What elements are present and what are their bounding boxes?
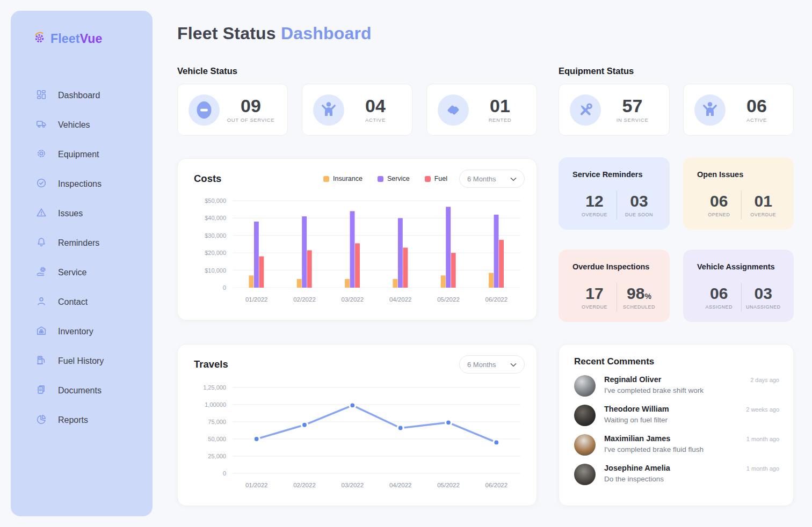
avatar xyxy=(574,464,596,485)
equipment-active-card: 06 ACTIVE xyxy=(683,84,794,136)
svg-text:1,00000: 1,00000 xyxy=(205,401,226,408)
svg-text:50,000: 50,000 xyxy=(208,436,226,442)
status-label: IN SERVICE xyxy=(617,117,649,123)
card-title: Overdue Inspections xyxy=(572,262,661,271)
card-title: Open Issues xyxy=(697,170,785,179)
svg-text:03/2022: 03/2022 xyxy=(342,296,364,303)
status-label: ACTIVE xyxy=(746,117,767,123)
sidebar-item-contact[interactable]: Contact xyxy=(11,287,153,317)
svg-text:$30,000: $30,000 xyxy=(205,232,226,239)
person-active-icon xyxy=(313,94,344,126)
card-title: Service Reminders xyxy=(572,170,661,179)
overdue-inspections-card: Overdue Inspections 17OVERDUE 98%SCHEDUL… xyxy=(559,250,670,322)
equipment-in-service-card: 57 IN SERVICE xyxy=(559,84,670,136)
svg-text:$20,000: $20,000 xyxy=(205,250,226,256)
fuel-pump-icon xyxy=(35,354,47,368)
svg-text:01/2022: 01/2022 xyxy=(245,296,268,303)
svg-text:05/2022: 05/2022 xyxy=(437,482,460,488)
status-value: 01 xyxy=(490,97,510,115)
svg-text:1,25,000: 1,25,000 xyxy=(203,384,226,391)
dashboard-icon xyxy=(35,89,47,103)
comment-text: Waiting on fuel filter xyxy=(604,416,779,424)
sidebar-item-inspections[interactable]: Inspections xyxy=(11,169,153,199)
sidebar-item-label: Issues xyxy=(58,209,83,218)
chevron-down-icon xyxy=(510,175,517,183)
truck-icon xyxy=(35,118,47,132)
sidebar-nav: Dashboard Vehicles Equipment Inspections… xyxy=(11,80,153,435)
documents-icon xyxy=(35,384,47,398)
tools-icon xyxy=(570,94,601,126)
sidebar: FleetVue Dashboard Vehicles Equipment In… xyxy=(11,11,153,516)
svg-text:05/2022: 05/2022 xyxy=(437,296,460,303)
sidebar-item-equipment[interactable]: Equipment xyxy=(11,140,153,169)
person-icon xyxy=(35,295,47,309)
status-value: 04 xyxy=(365,97,386,115)
svg-text:06/2022: 06/2022 xyxy=(485,296,508,303)
sidebar-item-label: Reminders xyxy=(58,238,99,248)
sidebar-item-label: Service xyxy=(58,268,86,277)
comment-time: 1 month ago xyxy=(746,465,779,472)
pie-chart-icon xyxy=(35,413,47,427)
sidebar-item-vehicles[interactable]: Vehicles xyxy=(11,110,153,140)
svg-text:06/2022: 06/2022 xyxy=(485,482,508,488)
svg-text:01/2022: 01/2022 xyxy=(245,482,268,488)
travels-panel: Travels 6 Months 025,00050,00075,0001,00… xyxy=(177,344,537,506)
sidebar-item-inventory[interactable]: Inventory xyxy=(11,317,153,346)
app-logo: FleetVue xyxy=(33,31,153,46)
svg-text:04/2022: 04/2022 xyxy=(389,482,412,488)
check-circle-icon xyxy=(35,177,47,191)
svg-text:75,000: 75,000 xyxy=(208,419,226,425)
service-reminders-card: Service Reminders 12OVERDUE 03DUE SOON xyxy=(559,157,670,230)
sidebar-item-dashboard[interactable]: Dashboard xyxy=(11,80,153,110)
comment-author: Reginald Oliver xyxy=(604,375,661,384)
sidebar-item-label: Dashboard xyxy=(58,91,100,100)
chevron-down-icon xyxy=(510,361,517,369)
comment-item: Reginald Oliver2 days ago I've completed… xyxy=(574,375,779,397)
status-label: RENTED xyxy=(489,117,512,123)
recent-comments-panel: Recent Comments Reginald Oliver2 days ag… xyxy=(559,344,794,506)
costs-panel: Costs Insurance Service Fuel 6 Months 0$… xyxy=(177,158,537,320)
sidebar-item-label: Inspections xyxy=(58,179,102,189)
svg-text:$10,000: $10,000 xyxy=(205,267,226,274)
fuel-swatch xyxy=(425,176,431,182)
sidebar-item-label: Inventory xyxy=(58,327,93,336)
svg-text:0: 0 xyxy=(223,284,226,291)
avatar xyxy=(574,405,596,426)
vehicle-active-card: 04 ACTIVE xyxy=(302,84,412,136)
costs-period-dropdown[interactable]: 6 Months xyxy=(459,170,525,188)
vehicle-rented-card: 01 RENTED xyxy=(426,84,537,136)
open-issues-card: Open Issues 06OPENED 01OVERDUE xyxy=(683,157,794,230)
sidebar-item-fuel-history[interactable]: Fuel History xyxy=(11,346,153,376)
avatar xyxy=(574,375,596,397)
sidebar-item-issues[interactable]: Issues xyxy=(11,199,153,228)
vehicle-status-heading: Vehicle Status xyxy=(177,66,237,76)
warehouse-icon xyxy=(35,325,47,339)
comment-item: Maximilian James1 month ago I've complet… xyxy=(574,434,779,456)
warning-triangle-icon xyxy=(35,207,47,221)
costs-bar-chart: 0$10,000$20,000$30,000$40,000$50,00001/2… xyxy=(185,193,529,318)
comment-text: Do the inspections xyxy=(604,475,779,483)
sidebar-item-label: Reports xyxy=(58,415,88,425)
sidebar-item-label: Documents xyxy=(58,386,102,396)
sidebar-item-reminders[interactable]: Reminders xyxy=(11,228,153,258)
app-name: FleetVue xyxy=(50,32,103,46)
sidebar-item-documents[interactable]: Documents xyxy=(11,376,153,405)
hand-gear-icon xyxy=(35,266,47,280)
vehicle-assignments-card: Vehicle Assignments 06ASSIGNED 03UNASSIG… xyxy=(683,250,794,322)
sidebar-item-reports[interactable]: Reports xyxy=(11,405,153,435)
comment-text: I've completed brake fluid flush xyxy=(604,445,779,453)
costs-title: Costs xyxy=(194,173,221,185)
avatar xyxy=(574,434,596,456)
comment-author: Josephine Amelia xyxy=(604,464,670,472)
comment-time: 2 days ago xyxy=(750,377,779,383)
sidebar-item-label: Fuel History xyxy=(58,356,104,366)
minus-circle-icon xyxy=(189,94,220,126)
svg-text:$40,000: $40,000 xyxy=(205,215,226,221)
travels-period-dropdown[interactable]: 6 Months xyxy=(459,355,525,374)
sidebar-item-service[interactable]: Service xyxy=(11,258,153,287)
svg-text:04/2022: 04/2022 xyxy=(389,296,412,303)
status-label: ACTIVE xyxy=(365,117,386,123)
svg-text:02/2022: 02/2022 xyxy=(293,482,316,488)
comments-title: Recent Comments xyxy=(574,356,779,367)
comment-item: Josephine Amelia1 month ago Do the inspe… xyxy=(574,464,779,485)
